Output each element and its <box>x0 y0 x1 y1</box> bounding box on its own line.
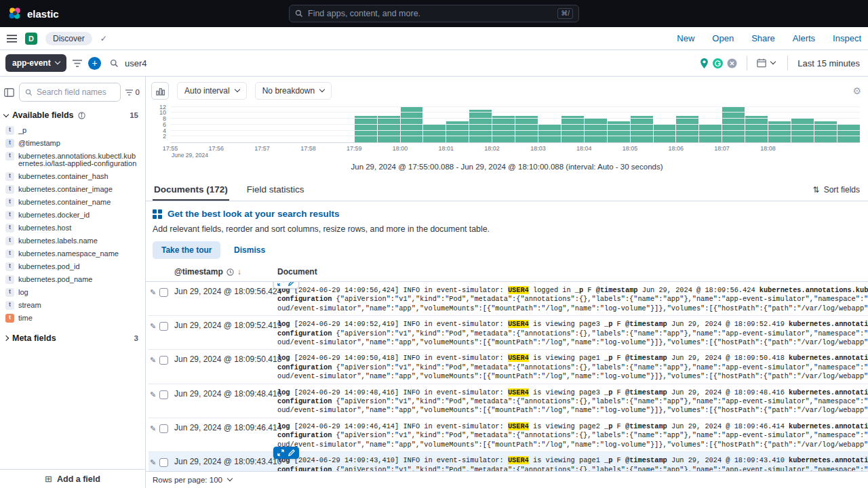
row-document[interactable]: log [2024-06-29 14:09:48,416] INFO in ev… <box>277 388 868 415</box>
breakdown-select[interactable]: No breakdown <box>255 82 332 100</box>
field-item[interactable]: tkubernetes.container_hash <box>3 170 142 183</box>
histogram-bar[interactable] <box>699 125 722 142</box>
meta-fields-header[interactable]: Meta fields 3 <box>0 325 145 346</box>
query-input[interactable] <box>125 58 694 68</box>
histogram-bar[interactable] <box>355 116 377 142</box>
histogram-bar[interactable] <box>608 121 630 142</box>
row-checkbox[interactable] <box>159 288 168 297</box>
field-item[interactable]: tkubernetes.container_image <box>3 183 142 196</box>
histogram-bar[interactable] <box>654 125 676 142</box>
field-item[interactable]: tkubernetes.namespace_name <box>3 247 142 260</box>
timestamp-column-header[interactable]: @timestamp ↓ <box>174 267 277 277</box>
row-document[interactable]: log [2024-06-29 14:09:46,414] INFO in ev… <box>277 422 868 449</box>
histogram-bar[interactable] <box>378 116 400 142</box>
sort-desc-icon[interactable]: ↓ <box>237 267 241 277</box>
add-field-button[interactable]: ⊞ Add a field <box>0 469 145 488</box>
field-item[interactable]: tkubernetes.labels.name <box>3 235 142 247</box>
histogram-bar[interactable] <box>585 119 607 142</box>
global-search-input[interactable] <box>308 9 553 18</box>
histogram-bar[interactable] <box>423 125 446 142</box>
inspect-button[interactable]: Inspect <box>833 33 861 43</box>
row-checkbox[interactable] <box>159 356 168 365</box>
field-item[interactable]: t@timestamp <box>3 137 142 150</box>
available-fields-header[interactable]: Available fields 15 <box>0 102 145 123</box>
elastic-brand[interactable]: elastic <box>8 7 59 20</box>
share-button[interactable]: Share <box>751 33 775 43</box>
field-filter-button[interactable]: 0 <box>125 88 140 96</box>
extension-pin-icon[interactable] <box>700 58 709 68</box>
table-row[interactable]: ✎ Jun 29, 2024 @ 18:09:52.419 log [2024-… <box>149 316 868 350</box>
edit-document-icon[interactable] <box>288 449 295 456</box>
global-search[interactable]: ⌘/ <box>289 5 579 22</box>
expand-document-icon[interactable] <box>277 282 284 286</box>
sort-fields-button[interactable]: ⇅ Sort fields <box>813 185 860 201</box>
alerts-button[interactable]: Alerts <box>793 33 815 43</box>
histogram-bar[interactable] <box>814 121 837 142</box>
histogram-bar[interactable] <box>515 116 538 142</box>
histogram-bar[interactable] <box>676 116 698 142</box>
data-view-picker[interactable]: app-event <box>5 54 66 72</box>
gear-icon[interactable]: ⚙ <box>852 85 861 96</box>
edit-row-icon[interactable]: ✎ <box>150 458 156 466</box>
field-item[interactable]: tlog <box>3 286 142 299</box>
open-button[interactable]: Open <box>712 33 734 43</box>
row-document[interactable]: log [2024-06-29 14:09:56,424] INFO in ev… <box>277 286 868 313</box>
row-document[interactable]: log [2024-06-29 14:09:50,418] INFO in ev… <box>277 354 868 381</box>
histogram-bar[interactable] <box>837 125 860 142</box>
table-row[interactable]: ✎ Jun 29, 2024 @ 18:09:46.414 log [2024-… <box>149 418 868 452</box>
table-row[interactable]: ✎ Jun 29, 2024 @ 18:09:50.418 log [2024-… <box>149 350 868 384</box>
interval-select[interactable]: Auto interval <box>177 82 247 100</box>
row-checkbox[interactable] <box>159 390 168 399</box>
field-item[interactable]: tkubernetes.container_name <box>3 196 142 209</box>
field-item[interactable]: tkubernetes.docker_id <box>3 209 142 222</box>
space-avatar[interactable]: D <box>25 33 37 45</box>
add-filter-button[interactable]: + <box>88 57 101 70</box>
collapse-sidebar-icon[interactable] <box>4 88 14 97</box>
row-document[interactable]: log [2024-06-29 14:09:52,419] INFO in ev… <box>277 320 868 347</box>
histogram-bar[interactable] <box>492 116 515 142</box>
histogram-bar[interactable] <box>745 116 768 142</box>
time-range-picker[interactable]: Last 15 minutes <box>797 58 863 68</box>
row-checkbox[interactable] <box>159 424 168 433</box>
histogram-bar[interactable] <box>631 116 653 142</box>
field-item[interactable]: ttime <box>3 312 142 325</box>
chart-options-icon[interactable] <box>151 82 169 100</box>
expand-document-icon[interactable] <box>277 449 284 456</box>
edit-row-icon[interactable]: ✎ <box>150 322 156 330</box>
edit-row-icon[interactable]: ✎ <box>150 390 156 399</box>
histogram-bar[interactable] <box>768 121 791 142</box>
row-actions-toolbar[interactable] <box>273 282 299 289</box>
saved-check-icon[interactable]: ✓ <box>100 34 107 43</box>
table-row[interactable]: ✎ Jun 29, 2024 @ 18:09:48.416 log [2024-… <box>149 384 868 418</box>
grammarly-icon[interactable] <box>713 58 723 68</box>
clear-query-icon[interactable] <box>727 58 737 68</box>
field-item[interactable]: tkubernetes.pod_name <box>3 273 142 286</box>
edit-row-icon[interactable]: ✎ <box>150 288 156 296</box>
table-row[interactable]: ✎ Jun 29, 2024 @ 18:09:56.424 log [2024-… <box>149 282 868 316</box>
row-checkbox[interactable] <box>159 322 168 331</box>
field-item[interactable]: tkubernetes.pod_id <box>3 260 142 273</box>
filter-icon[interactable] <box>73 60 82 67</box>
breadcrumb[interactable]: Discover <box>45 32 92 45</box>
field-item[interactable]: tkubernetes.host <box>3 222 142 235</box>
row-checkbox[interactable] <box>159 458 168 467</box>
field-search[interactable] <box>19 83 121 102</box>
new-button[interactable]: New <box>677 33 694 43</box>
field-item[interactable]: t_p <box>3 124 142 137</box>
histogram-bar[interactable] <box>561 116 584 142</box>
histogram-bar[interactable] <box>469 110 492 142</box>
histogram-bar[interactable] <box>446 121 469 142</box>
field-item[interactable]: tstream <box>3 299 142 312</box>
edit-row-icon[interactable]: ✎ <box>150 424 156 432</box>
histogram-bar[interactable] <box>791 119 814 142</box>
edit-document-icon[interactable] <box>288 282 295 286</box>
dismiss-button[interactable]: Dismiss <box>234 245 265 255</box>
row-actions-toolbar[interactable] <box>273 447 299 459</box>
histogram-bar[interactable] <box>538 125 561 142</box>
tab-documents[interactable]: Documents (172) <box>153 182 229 201</box>
rows-per-page[interactable]: Rows per page: 100 <box>153 476 222 484</box>
take-tour-button[interactable]: Take the tour <box>153 241 220 259</box>
menu-icon[interactable] <box>7 35 17 43</box>
field-search-input[interactable] <box>37 87 115 97</box>
edit-row-icon[interactable]: ✎ <box>150 356 156 364</box>
